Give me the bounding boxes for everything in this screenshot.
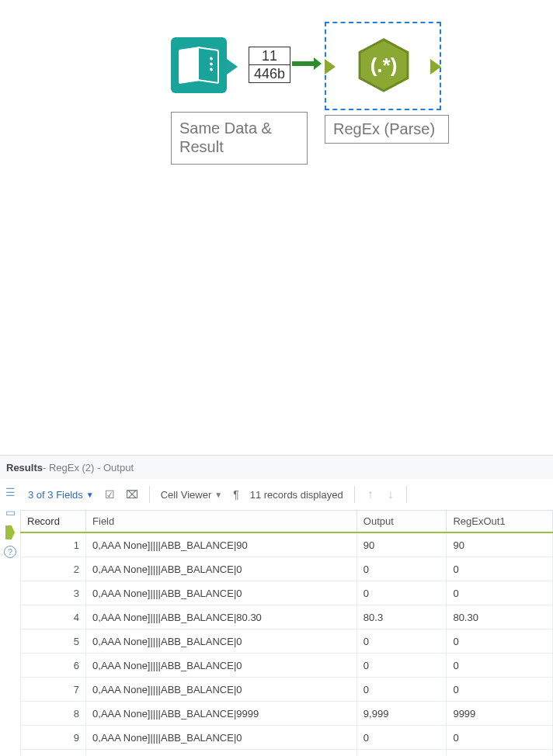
table-row[interactable]: 30,AAA None]||||ABB_BALANCE|000 [21, 581, 553, 605]
table-row[interactable]: 40,AAA None]||||ABB_BALANCE|80.3080.380.… [21, 605, 553, 629]
fields-dropdown-label: 3 of 3 Fields [28, 489, 83, 501]
results-header: Results - RegEx (2) - Output [0, 456, 553, 479]
connection-badge[interactable]: 11 446b [249, 47, 290, 83]
cell-regexout[interactable]: 0 [447, 581, 553, 605]
cell-viewer-dropdown[interactable]: Cell Viewer ▼ [161, 489, 222, 501]
next-page-icon[interactable]: ↓ [386, 487, 395, 501]
table-row[interactable]: 70,AAA None]||||ABB_BALANCE|000 [21, 678, 553, 702]
results-panel: Results - RegEx (2) - Output ☰ ▭ ? 3 of … [0, 455, 553, 756]
results-header-row: Record Field Output RegExOut1 [21, 511, 553, 533]
cell-regexout[interactable]: 0 [447, 654, 553, 678]
prev-page-icon[interactable]: ↑ [366, 487, 375, 501]
output-anchor-icon[interactable] [227, 59, 238, 75]
cell-record[interactable]: 7 [21, 678, 86, 702]
cell-record[interactable]: 10 [21, 750, 86, 757]
regex-tool-label[interactable]: RegEx (Parse) [325, 115, 449, 144]
table-row[interactable]: 90,AAA None]||||ABB_BALANCE|000 [21, 726, 553, 750]
results-grid[interactable]: Record Field Output RegExOut1 10,AAA Non… [20, 510, 553, 756]
cell-regexout[interactable]: 1463.49 [447, 750, 553, 757]
cell-regexout[interactable]: 0 [447, 678, 553, 702]
connection-record-count: 11 [249, 47, 290, 65]
select-all-icon[interactable]: ☑ [105, 488, 115, 501]
cell-output[interactable]: 0 [356, 581, 447, 605]
cell-field[interactable]: 0,AAA None]||||ABB_BALANCE|0 [86, 557, 357, 581]
workflow-canvas[interactable]: Same Data & Result 11 446b (.*) RegEx (P… [0, 0, 553, 455]
cell-record[interactable]: 1 [21, 532, 86, 557]
regex-tool-icon: (.*) [356, 37, 412, 93]
cell-output[interactable]: 80.3 [356, 605, 447, 629]
cell-regexout[interactable]: 9999 [447, 702, 553, 726]
cell-field[interactable]: 0,AAA None]||||ABB_BALANCE|0 [86, 726, 357, 750]
results-side-strip: ☰ ▭ ? [0, 479, 20, 756]
output-anchor-icon[interactable] [430, 59, 441, 75]
cell-output[interactable]: 0 [356, 726, 447, 750]
col-record[interactable]: Record [21, 511, 86, 533]
col-field[interactable]: Field [86, 511, 357, 533]
cell-output[interactable]: 0 [356, 557, 447, 581]
separator [406, 486, 407, 503]
cell-field[interactable]: 0,AAA None]||||ABB_BALANCE|0 [86, 678, 357, 702]
cell-output[interactable]: 0 [356, 654, 447, 678]
cell-regexout[interactable]: 80.30 [447, 605, 553, 629]
cell-record[interactable]: 3 [21, 581, 86, 605]
table-row[interactable]: 80,AAA None]||||ABB_BALANCE|99999,999999… [21, 702, 553, 726]
cell-field[interactable]: 0,AAA None]||||ABB_BALANCE|80.30 [86, 605, 357, 629]
cell-output[interactable]: 0 [356, 678, 447, 702]
input-tool-label[interactable]: Same Data & Result [171, 112, 308, 165]
connection-arrow-icon [292, 61, 314, 66]
results-breadcrumb: - RegEx (2) - Output [43, 462, 134, 473]
cell-regexout[interactable]: 90 [447, 532, 553, 557]
cell-output[interactable]: 0 [356, 629, 447, 654]
regex-tool-selected[interactable]: (.*) [325, 22, 441, 110]
cell-output[interactable]: 90 [356, 532, 447, 557]
table-row[interactable]: 20,AAA None]||||ABB_BALANCE|000 [21, 557, 553, 581]
input-tool-icon [171, 37, 227, 93]
fields-dropdown[interactable]: 3 of 3 Fields ▼ [28, 489, 94, 501]
cell-field[interactable]: 0,AAA None]||||ABB_BALANCE|0 [86, 581, 357, 605]
cell-viewer-label: Cell Viewer [161, 489, 212, 501]
metadata-icon[interactable]: ▭ [3, 505, 17, 519]
chevron-down-icon: ▼ [86, 491, 94, 499]
deselect-all-icon[interactable]: ⌧ [126, 488, 138, 501]
show-whitespace-icon[interactable]: ¶ [233, 488, 239, 501]
cell-field[interactable]: 0,AAA None]||||ABB_BALANCE|0 [86, 629, 357, 654]
table-row[interactable]: 60,AAA None]||||ABB_BALANCE|000 [21, 654, 553, 678]
table-row[interactable]: 101463.49,AAA None]||||ABB_BALANCE|1463.… [21, 750, 553, 757]
separator [149, 486, 150, 503]
cell-output[interactable]: 1,463.49 [356, 750, 447, 757]
cell-field[interactable]: 0,AAA None]||||ABB_BALANCE|9999 [86, 702, 357, 726]
table-row[interactable]: 10,AAA None]||||ABB_BALANCE|909090 [21, 532, 553, 557]
cell-output[interactable]: 9,999 [356, 702, 447, 726]
cell-regexout[interactable]: 0 [447, 726, 553, 750]
input-anchor-icon[interactable] [325, 59, 336, 75]
table-row[interactable]: 50,AAA None]||||ABB_BALANCE|000 [21, 629, 553, 654]
connection-size: 446b [249, 65, 290, 82]
cell-record[interactable]: 2 [21, 557, 86, 581]
cell-record[interactable]: 9 [21, 726, 86, 750]
input-tool[interactable] [171, 37, 227, 93]
output-anchor-tab[interactable] [5, 525, 15, 539]
chevron-down-icon: ▼ [214, 491, 222, 499]
cell-field[interactable]: 0,AAA None]||||ABB_BALANCE|0 [86, 654, 357, 678]
cell-regexout[interactable]: 0 [447, 629, 553, 654]
separator [354, 486, 355, 503]
cell-record[interactable]: 6 [21, 654, 86, 678]
cell-field[interactable]: 0,AAA None]||||ABB_BALANCE|90 [86, 532, 357, 557]
col-output[interactable]: Output [356, 511, 447, 533]
results-title: Results [6, 462, 43, 473]
cell-field[interactable]: 1463.49,AAA None]||||ABB_BALANCE|1463.49 [86, 750, 357, 757]
records-displayed: 11 records displayed [250, 489, 343, 501]
list-icon[interactable]: ☰ [3, 485, 17, 499]
cell-regexout[interactable]: 0 [447, 557, 553, 581]
results-toolbar: 3 of 3 Fields ▼ ☑ ⌧ Cell Viewer ▼ ¶ 11 r… [20, 479, 553, 510]
cell-record[interactable]: 5 [21, 629, 86, 654]
cell-record[interactable]: 8 [21, 702, 86, 726]
col-regexout[interactable]: RegExOut1 [447, 511, 553, 533]
cell-record[interactable]: 4 [21, 605, 86, 629]
regex-tool-glyph: (.*) [356, 37, 412, 93]
help-icon[interactable]: ? [4, 546, 16, 558]
